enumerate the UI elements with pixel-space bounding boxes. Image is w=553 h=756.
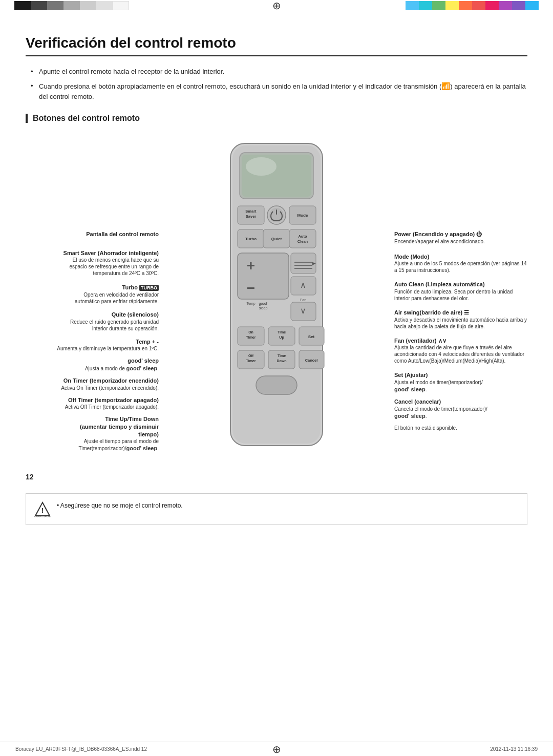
label-auto-clean-title: Auto Clean (Limpieza automática) [394, 281, 485, 287]
warning-bullet: • Asegúrese que no se moje el control re… [57, 502, 183, 509]
footer: Boracay EU_AR09FSFT@_IB_DB68-03366A_ES.i… [0, 742, 553, 756]
svg-text:Off: Off [248, 354, 254, 358]
label-power: Power (Encendido y apagado) ⏻ Encender/a… [394, 230, 527, 245]
label-turbo: Turbo TURBO Opera en velocidad de ventil… [26, 284, 159, 305]
svg-text:Turbo: Turbo [245, 237, 257, 241]
label-cancel: Cancel (cancelar) Cancela el modo de tim… [394, 398, 527, 419]
label-auto-clean: Auto Clean (Limpieza automática) Función… [394, 281, 527, 302]
svg-text:Up: Up [279, 335, 284, 340]
intro-bullet-2-text: Cuando presiona el botón apropiadamente … [39, 82, 526, 100]
label-blank-btn: El botón no está disponible. [394, 425, 527, 431]
svg-text:Mode: Mode [297, 213, 308, 218]
label-time-up-down-desc: Ajuste el tiempo para el modo deTimer(te… [26, 438, 159, 452]
label-on-timer-desc: Activa On Timer (temporizador encendido)… [26, 385, 159, 391]
label-on-timer-title: On Timer (temporizador encendido) [63, 377, 159, 384]
svg-text:Fan: Fan [300, 298, 306, 302]
svg-text:−: − [247, 280, 255, 296]
label-time-up-down: Time Up/Time Down(aumentar tiempo y dism… [26, 415, 159, 452]
page-title: Verificación del control remoto [26, 35, 527, 56]
intro-bullets: Apunte el control remoto hacia el recept… [26, 67, 527, 101]
label-pantalla-title: Pantalla del control remoto [86, 231, 159, 237]
svg-text:Down: Down [276, 359, 286, 363]
svg-text:On: On [248, 330, 253, 334]
warning-text: • Asegúrese que no se moje el control re… [57, 501, 183, 510]
svg-text:Smart: Smart [245, 209, 257, 214]
svg-rect-23 [291, 253, 316, 274]
label-quite: Quite (silencioso) Reduce el ruido gener… [26, 311, 159, 332]
label-blank-btn-desc: El botón no está disponible. [394, 425, 527, 431]
label-smart-saver-title: Smart Saver (Ahorrador inteligente) [63, 250, 159, 256]
label-auto-clean-desc: Función de auto limpieza. Seca por dentr… [394, 288, 527, 302]
svg-text:Timer: Timer [246, 335, 256, 339]
svg-text:Time: Time [278, 330, 286, 334]
label-temp-title: Temp + - [136, 339, 159, 345]
label-quite-desc: Reduce el ruido generado porla unidadint… [26, 319, 159, 332]
intro-bullet-2: Cuando presiona el botón apropiadamente … [31, 81, 527, 102]
diagram-area: Pantalla del control remoto Smart Saver … [26, 138, 527, 457]
label-good-sleep-left-title: good' sleep [127, 358, 159, 364]
svg-text:Time: Time [278, 354, 286, 358]
svg-text:Clean: Clean [297, 239, 308, 244]
svg-text:Timer: Timer [246, 359, 256, 363]
footer-right: 2012-11-13 11:16:39 [490, 746, 538, 752]
svg-text:Cancel: Cancel [305, 358, 318, 363]
label-time-up-down-title: Time Up/Time Down(aumentar tiempo y dism… [80, 416, 159, 437]
label-off-timer: Off Timer (temporizador apagado) Activa … [26, 396, 159, 411]
label-turbo-title: Turbo TURBO [122, 284, 159, 290]
label-off-timer-title: Off Timer (temporizador apagado) [68, 397, 159, 403]
remote-svg: Smart Saver Mode Turbo Quiet Auto Clean [210, 138, 343, 456]
right-labels: Power (Encendido y apagado) ⏻ Encender/a… [394, 138, 527, 436]
svg-rect-16 [289, 229, 316, 248]
svg-rect-19 [238, 253, 289, 299]
svg-point-4 [246, 157, 276, 176]
footer-left: Boracay EU_AR09FSFT@_IB_DB68-03366A_ES.i… [15, 746, 147, 752]
label-mode: Mode (Modo) Ajuste a uno de los 5 modos … [394, 253, 527, 274]
svg-text:∧: ∧ [300, 281, 306, 289]
label-mode-title: Mode (Modo) [394, 254, 429, 260]
label-air-swing: Air swing(barrido de aire) ☰ Activa y de… [394, 309, 527, 330]
svg-text:good': good' [259, 302, 268, 306]
label-fan-desc: Ajusta la cantidad de aire que fluye a t… [394, 344, 527, 364]
label-smart-saver: Smart Saver (Ahorrador inteligente) El u… [26, 249, 159, 277]
left-labels: Pantalla del control remoto Smart Saver … [26, 138, 159, 457]
svg-rect-50 [256, 376, 297, 394]
label-pantalla: Pantalla del control remoto [26, 230, 159, 238]
svg-text:!: ! [41, 507, 44, 515]
label-mode-desc: Ajuste a uno de los 5 modos de operación… [394, 260, 527, 274]
svg-text:sleep: sleep [259, 306, 268, 310]
label-set: Set (Ajustar) Ajusta el modo de timer(te… [394, 371, 527, 393]
label-off-timer-desc: Activa Off Timer (temporizador apagado). [26, 404, 159, 410]
label-temp-desc: Aumenta y disminuye la temperatura en 1º… [26, 345, 159, 352]
svg-text:∨: ∨ [300, 306, 306, 315]
svg-text:Saver: Saver [246, 214, 257, 219]
intro-bullet-1: Apunte el control remoto hacia el recept… [31, 67, 527, 77]
label-turbo-desc: Opera en velocidad de ventiladorautomáti… [26, 291, 159, 305]
label-set-desc: Ajusta el modo de timer(temporizador)/go… [394, 379, 527, 393]
remote-control: Smart Saver Mode Turbo Quiet Auto Clean [159, 138, 394, 456]
label-cancel-title: Cancel (cancelar) [394, 398, 441, 405]
label-temp: Temp + - Aumenta y disminuye la temperat… [26, 338, 159, 352]
warning-icon: ! PRECAUCIÓN [34, 501, 51, 517]
label-good-sleep-left-desc: Ajusta a modo de good' sleep. [26, 365, 159, 372]
page-number: 12 [26, 473, 527, 481]
svg-text:PRECAUCIÓN: PRECAUCIÓN [34, 516, 51, 517]
svg-text:Set: Set [308, 334, 315, 339]
label-on-timer: On Timer (temporizador encendido) Activa… [26, 377, 159, 391]
svg-text:Auto: Auto [298, 234, 307, 239]
label-power-title: Power (Encendido y apagado) ⏻ [394, 231, 482, 237]
footer-registration-mark: ⊕ [272, 743, 281, 755]
registration-mark: ⊕ [272, 0, 281, 12]
svg-text:Temp: Temp [246, 302, 255, 306]
label-cancel-desc: Cancela el modo de timer(temporizador)/g… [394, 406, 527, 419]
label-set-title: Set (Ajustar) [394, 372, 428, 378]
svg-text:+: + [247, 258, 255, 274]
svg-text:Quiet: Quiet [271, 237, 282, 241]
label-air-swing-title: Air swing(barrido de aire) ☰ [394, 309, 469, 316]
label-quite-title: Quite (silencioso) [112, 311, 159, 318]
label-fan-title: Fan (ventilador) ∧∨ [394, 338, 446, 344]
label-good-sleep-left: good' sleep Ajusta a modo de good' sleep… [26, 357, 159, 372]
label-air-swing-desc: Activa y desactiva el movimiento automát… [394, 317, 527, 330]
label-power-desc: Encender/apagar el aire acondicionado. [394, 238, 527, 245]
label-smart-saver-desc: El uso de menos energía hace que suespac… [26, 257, 159, 277]
section-heading: Botones del control remoto [26, 114, 527, 123]
